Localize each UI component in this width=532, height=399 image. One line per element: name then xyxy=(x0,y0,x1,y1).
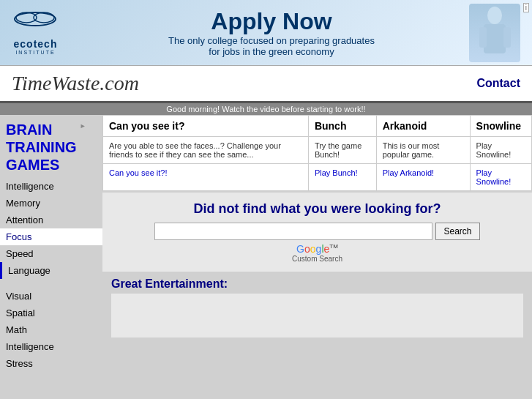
sidebar-item-focus[interactable]: Focus xyxy=(0,228,102,245)
svg-rect-5 xyxy=(479,27,487,48)
entertainment-heading: Great Entertainment: xyxy=(111,277,523,291)
game-header-3: Arkanoid xyxy=(376,116,470,137)
sidebar-top-section: Intelligence Memory Attention Focus Spee… xyxy=(0,176,102,280)
entertainment-content xyxy=(111,294,523,338)
game-header-1: Can you see it? xyxy=(103,116,309,137)
ticker-bar: Good morning! Watch the video before sta… xyxy=(0,103,532,115)
sidebar-bottom-section: Visual Spatial Math Intelligence Stress xyxy=(0,286,102,373)
sidebar-item-memory[interactable]: Memory xyxy=(0,195,102,212)
banner-tagline2: for jobs in the green economy xyxy=(74,46,469,57)
game-link-3[interactable]: Play Arkanoid! xyxy=(376,164,470,191)
banner-image xyxy=(469,4,520,62)
banner-text: Apply Now The only college focused on pr… xyxy=(74,8,469,57)
sidebar-item-speed[interactable]: Speed xyxy=(0,245,102,262)
banner-ad: ecotech INSTITUTE Apply Now The only col… xyxy=(0,0,532,66)
game-desc-4: Play Snowline! xyxy=(470,137,531,164)
game-link-1[interactable]: Can you see it?! xyxy=(103,164,309,191)
sidebar-item-math[interactable]: Math xyxy=(0,321,102,338)
search-button[interactable]: Search xyxy=(435,223,479,240)
svg-point-3 xyxy=(487,7,502,24)
game-desc-1: Are you able to see the faces...? Challe… xyxy=(103,137,309,164)
logo-name: ecotech xyxy=(14,38,58,50)
search-row: Search xyxy=(111,223,523,240)
sidebar-item-attention[interactable]: Attention xyxy=(0,212,102,228)
sidebar-item-stress[interactable]: Stress xyxy=(0,355,102,372)
entertainment-section: Great Entertainment: xyxy=(102,272,532,343)
brain-training-header: BRAINTRAININGGAMES ► xyxy=(0,115,102,176)
game-header-2: Bunch xyxy=(308,116,376,137)
site-header: TimeWaste.com Contact xyxy=(0,66,532,103)
ecotech-logo: ecotech INSTITUTE xyxy=(12,10,59,55)
main-content: Can you see it? Bunch Arkanoid Snowline … xyxy=(102,115,532,373)
sidebar-ad-icon: ► xyxy=(80,122,86,130)
google-branding: GoogleTM Custom Search xyxy=(111,243,523,263)
games-table: Can you see it? Bunch Arkanoid Snowline … xyxy=(102,115,532,191)
site-logo: TimeWaste.com xyxy=(12,72,139,95)
svg-rect-4 xyxy=(484,24,506,53)
custom-search-text: Custom Search xyxy=(111,255,523,263)
banner-tagline1: The only college focused on preparing gr… xyxy=(74,35,469,46)
game-header-4: Snowline xyxy=(470,116,531,137)
sidebar-item-intelligence[interactable]: Intelligence xyxy=(0,178,102,195)
search-input[interactable] xyxy=(154,223,432,240)
contact-link[interactable]: Contact xyxy=(476,77,520,90)
game-link-4[interactable]: Play Snowline! xyxy=(470,164,531,191)
google-logo: GoogleTM xyxy=(296,243,338,255)
sidebar-item-intelligence2[interactable]: Intelligence xyxy=(0,338,102,355)
brain-training-label: BRAINTRAININGGAMES xyxy=(6,121,77,174)
logo-subtitle: INSTITUTE xyxy=(15,50,55,55)
sidebar-item-language[interactable]: Language xyxy=(0,262,102,279)
ticker-message: Good morning! Watch the video before sta… xyxy=(166,105,365,113)
main-layout: BRAINTRAININGGAMES ► Intelligence Memory… xyxy=(0,115,532,373)
sidebar: BRAINTRAININGGAMES ► Intelligence Memory… xyxy=(0,115,102,373)
sidebar-item-spatial[interactable]: Spatial xyxy=(0,305,102,321)
svg-rect-6 xyxy=(503,27,511,48)
game-desc-3: This is our most popular game. xyxy=(376,137,470,164)
game-desc-2: Try the game Bunch! xyxy=(308,137,376,164)
game-link-2[interactable]: Play Bunch! xyxy=(308,164,376,191)
sidebar-item-visual[interactable]: Visual xyxy=(0,288,102,305)
ad-indicator: i xyxy=(523,3,529,12)
banner-headline: Apply Now xyxy=(74,8,469,35)
search-section: Did not find what you were looking for? … xyxy=(102,193,532,272)
search-heading: Did not find what you were looking for? xyxy=(111,201,523,217)
